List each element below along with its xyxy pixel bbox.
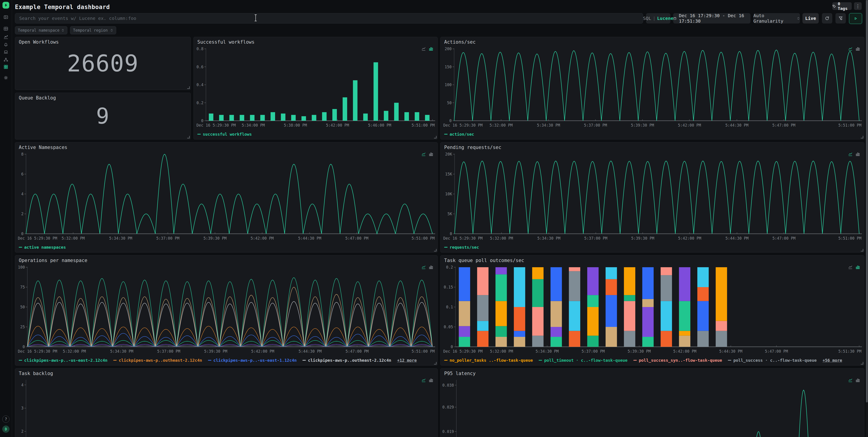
more-menu-button[interactable]: ⋮	[854, 2, 862, 10]
time-range-picker[interactable]: Dec 16 17:29:30 - Dec 16 17:51:30	[673, 13, 750, 24]
sidebar-item-clients-icon[interactable]	[3, 49, 9, 55]
bar-chart-toggle-icon[interactable]	[429, 378, 433, 382]
line-chart-toggle-icon[interactable]	[848, 265, 853, 270]
bar-chart-toggle-icon[interactable]	[856, 46, 860, 51]
panel-task-backlog[interactable]: Task backlog 234	[15, 368, 438, 437]
run-query-button[interactable]	[849, 13, 862, 24]
legend-item[interactable]: requests/sec	[444, 245, 479, 250]
line-chart-toggle-icon[interactable]	[848, 152, 853, 156]
region-filter-select[interactable]: Temporal region	[70, 26, 116, 34]
refresh-button[interactable]	[822, 13, 832, 24]
resize-handle[interactable]	[187, 136, 190, 138]
panel-pending-requests[interactable]: Pending requests/sec 05K10K15K20KDec 16 …	[440, 142, 864, 252]
chart-legend[interactable]: no_poller_tasks ..-flow-task-queuepoll_t…	[444, 357, 842, 364]
legend-item[interactable]: clickpipes-aws-p..-us-east-1.12c4n	[208, 358, 297, 363]
legend-item[interactable]: active namespaces	[19, 245, 66, 250]
app-logo[interactable]	[2, 2, 9, 8]
line-chart-toggle-icon[interactable]	[848, 46, 853, 51]
legend-item[interactable]: clickpipes-aws-p..-us-east-2.12c4n	[19, 358, 107, 363]
legend-label: clickpipes-aws-p..outheast-2.12c4n	[119, 358, 202, 363]
filter-edit-button[interactable]	[835, 13, 846, 24]
svg-text:5:34:00 PM: 5:34:00 PM	[242, 123, 265, 127]
sidebar-item-alerts-icon[interactable]	[3, 41, 9, 48]
successful-workflows-chart[interactable]: 00.20.40.60.8Dec 16 5:29:30 PM5:34:00 PM…	[195, 46, 436, 129]
legend-label: successful workflows	[203, 132, 252, 136]
line-chart-toggle-icon[interactable]	[422, 46, 426, 51]
sidebar-item-settings-icon[interactable]	[3, 74, 9, 81]
chart-legend[interactable]: clickpipes-aws-p..-us-east-2.12c4nclickp…	[19, 357, 417, 364]
resize-handle[interactable]	[861, 362, 863, 365]
svg-text:Dec 16 5:29:30 PM: Dec 16 5:29:30 PM	[443, 349, 483, 353]
sidebar-item-dashboards-icon[interactable]	[3, 64, 9, 70]
p95-latency-chart[interactable]: 0.0190.0290.038	[442, 378, 862, 437]
resize-handle[interactable]	[187, 86, 190, 89]
svg-text:8: 8	[21, 152, 24, 156]
resize-handle[interactable]	[861, 249, 863, 251]
chevron-up-down-icon	[61, 29, 64, 32]
panel-title: Task queue poll outcomes/sec	[444, 258, 524, 263]
query-language-toggle[interactable]: SQL | Lucene	[646, 13, 671, 24]
legend-item[interactable]: clickpipes-aws-p..outheast-2.12c4n	[113, 358, 202, 363]
line-chart-toggle-icon[interactable]	[422, 378, 426, 382]
operations-per-namespace-chart[interactable]: 0255075100Dec 16 5:29:30 PM5:32:00 PM5:3…	[17, 264, 436, 355]
resize-handle[interactable]	[861, 136, 863, 138]
task-queue-poll-outcomes-chart[interactable]: 00.050.10.150.2Dec 16 5:29:30 PM5:32:00 …	[442, 264, 862, 355]
line-chart-toggle-icon[interactable]	[422, 265, 426, 270]
language-divider: |	[653, 15, 655, 21]
resize-handle[interactable]	[434, 136, 436, 138]
bar-chart-toggle-icon[interactable]	[429, 46, 433, 51]
active-namespaces-chart[interactable]: 02468Dec 16 5:29:30 PM5:32:00 PM5:34:30 …	[17, 152, 436, 242]
sidebar-item-services-icon[interactable]	[3, 57, 9, 63]
sidebar-item-grid-icon[interactable]	[3, 26, 9, 32]
namespace-filter-select[interactable]: Temporal namespace	[15, 26, 67, 34]
user-avatar[interactable]: D	[2, 426, 9, 433]
chart-legend[interactable]: requests/sec	[444, 244, 479, 250]
panel-open-workflows[interactable]: Open Workflows 26609	[15, 37, 191, 90]
search-input[interactable]	[15, 13, 643, 24]
bar-chart-toggle-icon[interactable]	[856, 152, 860, 156]
bar-chart-toggle-icon[interactable]	[429, 152, 433, 156]
panel-task-queue-poll-outcomes[interactable]: Task queue poll outcomes/sec 00.050.10.1…	[440, 255, 864, 366]
legend-item[interactable]: clickpipes-aws-p..outheast-2.12c4n	[303, 358, 391, 363]
line-chart-toggle-icon[interactable]	[422, 152, 426, 156]
line-chart-toggle-icon[interactable]	[848, 378, 853, 382]
legend-item[interactable]: action/sec	[444, 132, 474, 136]
scrollbar-thumb[interactable]	[866, 0, 868, 402]
panel-queue-backlog[interactable]: Queue Backlog 9	[15, 93, 191, 139]
live-button[interactable]: Live	[802, 13, 819, 24]
lucene-option[interactable]: Lucene	[657, 15, 673, 21]
bar-chart-toggle-icon[interactable]	[856, 378, 860, 382]
help-button[interactable]: ?	[2, 415, 9, 423]
legend-item[interactable]: poll_success_syn..-flow-task-queue	[633, 358, 722, 363]
panel-p95-latency[interactable]: P95 latency 0.0190.0290.038	[440, 368, 864, 437]
legend-item[interactable]: no_poller_tasks ..-flow-task-queue	[444, 358, 533, 363]
chart-legend[interactable]: active namespaces	[19, 244, 66, 250]
panel-actions-sec[interactable]: Actions/sec 050100150200Dec 16 5:29:30 P…	[440, 37, 864, 139]
chart-legend[interactable]: action/sec	[444, 131, 474, 137]
sql-option[interactable]: SQL	[643, 15, 651, 21]
resize-handle[interactable]	[434, 249, 436, 251]
bar-chart-toggle-icon[interactable]	[856, 265, 860, 270]
task-backlog-chart[interactable]: 234	[17, 378, 436, 437]
bar-chart-toggle-icon[interactable]	[429, 265, 433, 270]
resize-handle[interactable]	[434, 362, 436, 365]
legend-item[interactable]: poll_timeout · c..-flow-task-queue	[539, 358, 627, 363]
granularity-select[interactable]: Auto Granularity	[753, 13, 800, 24]
legend-more-link[interactable]: +56 more	[823, 358, 842, 363]
panel-successful-workflows[interactable]: Successful workflows 00.20.40.60.8Dec 16…	[193, 37, 438, 139]
tags-button[interactable]: 0 Tags	[832, 2, 852, 10]
pending-requests-chart[interactable]: 05K10K15K20KDec 16 5:29:30 PM5:32:00 PM5…	[442, 152, 862, 242]
sidebar-item-chart-explorer-icon[interactable]	[3, 34, 9, 40]
svg-text:5:39:30 PM: 5:39:30 PM	[631, 236, 654, 241]
panel-active-namespaces[interactable]: Active Namespaces 02468Dec 16 5:29:30 PM…	[15, 142, 438, 252]
panel-operations-per-namespace[interactable]: Operations per namespace 0255075100Dec 1…	[15, 255, 438, 366]
svg-text:15K: 15K	[445, 172, 452, 176]
svg-text:5:47:00 PM: 5:47:00 PM	[772, 123, 796, 127]
chart-legend[interactable]: successful workflows	[197, 131, 252, 137]
page-scrollbar[interactable]	[866, 0, 868, 437]
legend-item[interactable]: successful workflows	[197, 132, 252, 136]
sidebar-collapse-icon[interactable]	[3, 14, 9, 20]
legend-more-link[interactable]: +12 more	[397, 358, 417, 363]
legend-item[interactable]: poll_success · c..-flow-task-queue	[728, 358, 816, 363]
actions-sec-chart[interactable]: 050100150200Dec 16 5:29:30 PM5:32:00 PM5…	[442, 46, 862, 129]
